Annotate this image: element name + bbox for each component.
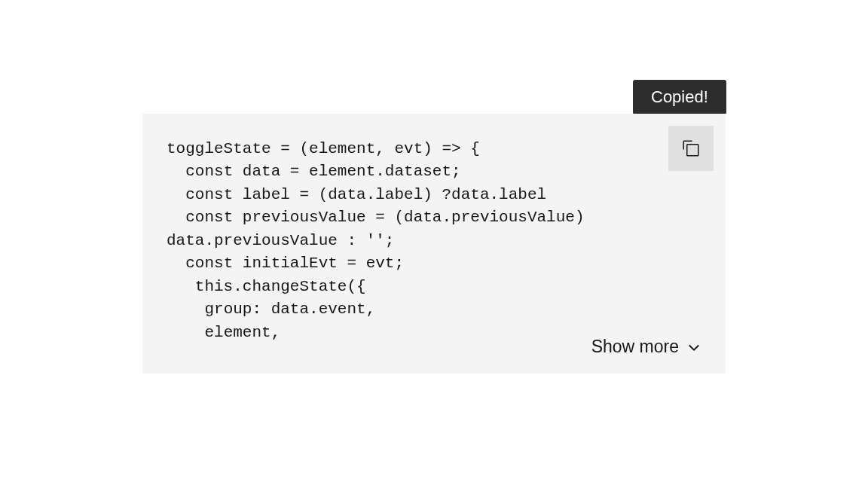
copied-tooltip: Copied! <box>633 80 726 114</box>
code-content: toggleState = (element, evt) => { const … <box>167 138 701 344</box>
show-more-label: Show more <box>591 337 679 357</box>
copy-icon <box>682 139 700 157</box>
tooltip-text: Copied! <box>651 87 708 106</box>
code-snippet-block: toggleState = (element, evt) => { const … <box>142 114 726 374</box>
show-more-button[interactable]: Show more <box>590 334 703 360</box>
chevron-down-icon <box>686 340 701 355</box>
copy-button[interactable] <box>668 126 714 171</box>
